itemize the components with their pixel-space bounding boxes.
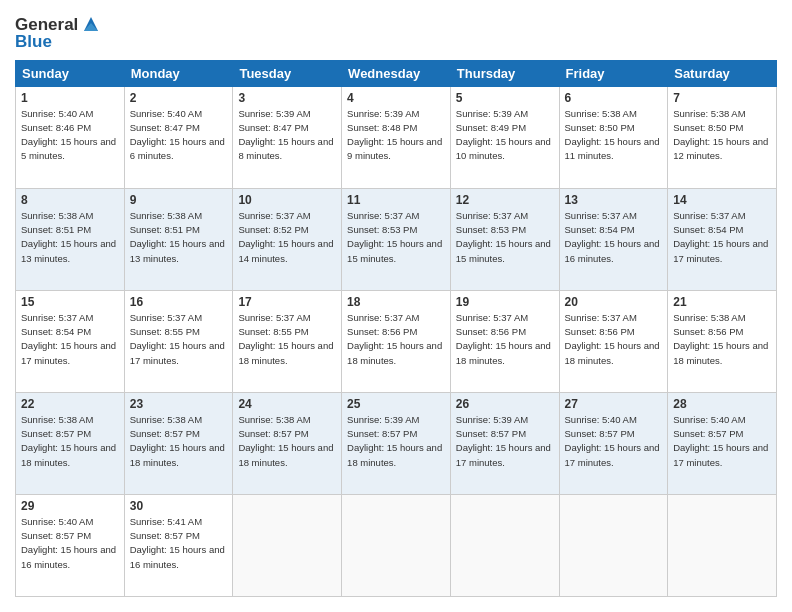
table-cell: 22Sunrise: 5:38 AMSunset: 8:57 PMDayligh… xyxy=(16,392,125,494)
day-number: 25 xyxy=(347,397,445,411)
logo-blue-text: Blue xyxy=(15,33,102,52)
day-info: Sunrise: 5:37 AMSunset: 8:53 PMDaylight:… xyxy=(456,209,554,266)
table-cell: 10Sunrise: 5:37 AMSunset: 8:52 PMDayligh… xyxy=(233,188,342,290)
day-info: Sunrise: 5:37 AMSunset: 8:53 PMDaylight:… xyxy=(347,209,445,266)
table-cell: 25Sunrise: 5:39 AMSunset: 8:57 PMDayligh… xyxy=(342,392,451,494)
day-info: Sunrise: 5:40 AMSunset: 8:47 PMDaylight:… xyxy=(130,107,228,164)
day-number: 23 xyxy=(130,397,228,411)
day-info: Sunrise: 5:39 AMSunset: 8:57 PMDaylight:… xyxy=(347,413,445,470)
table-cell xyxy=(233,494,342,596)
table-cell: 20Sunrise: 5:37 AMSunset: 8:56 PMDayligh… xyxy=(559,290,668,392)
day-info: Sunrise: 5:37 AMSunset: 8:55 PMDaylight:… xyxy=(238,311,336,368)
day-number: 16 xyxy=(130,295,228,309)
page: General Blue Sunday Monday Tuesday Wedne… xyxy=(0,0,792,612)
table-cell: 18Sunrise: 5:37 AMSunset: 8:56 PMDayligh… xyxy=(342,290,451,392)
day-number: 13 xyxy=(565,193,663,207)
day-info: Sunrise: 5:38 AMSunset: 8:51 PMDaylight:… xyxy=(130,209,228,266)
day-number: 17 xyxy=(238,295,336,309)
logo-icon xyxy=(80,13,102,35)
table-cell: 11Sunrise: 5:37 AMSunset: 8:53 PMDayligh… xyxy=(342,188,451,290)
day-info: Sunrise: 5:37 AMSunset: 8:56 PMDaylight:… xyxy=(347,311,445,368)
col-thursday: Thursday xyxy=(450,60,559,86)
day-info: Sunrise: 5:41 AMSunset: 8:57 PMDaylight:… xyxy=(130,515,228,572)
day-info: Sunrise: 5:37 AMSunset: 8:55 PMDaylight:… xyxy=(130,311,228,368)
col-tuesday: Tuesday xyxy=(233,60,342,86)
table-cell xyxy=(342,494,451,596)
table-cell: 24Sunrise: 5:38 AMSunset: 8:57 PMDayligh… xyxy=(233,392,342,494)
table-cell: 17Sunrise: 5:37 AMSunset: 8:55 PMDayligh… xyxy=(233,290,342,392)
table-cell: 26Sunrise: 5:39 AMSunset: 8:57 PMDayligh… xyxy=(450,392,559,494)
calendar-header-row: Sunday Monday Tuesday Wednesday Thursday… xyxy=(16,60,777,86)
day-info: Sunrise: 5:38 AMSunset: 8:51 PMDaylight:… xyxy=(21,209,119,266)
table-cell: 8Sunrise: 5:38 AMSunset: 8:51 PMDaylight… xyxy=(16,188,125,290)
day-number: 8 xyxy=(21,193,119,207)
day-info: Sunrise: 5:40 AMSunset: 8:57 PMDaylight:… xyxy=(565,413,663,470)
day-number: 5 xyxy=(456,91,554,105)
day-info: Sunrise: 5:39 AMSunset: 8:48 PMDaylight:… xyxy=(347,107,445,164)
day-number: 10 xyxy=(238,193,336,207)
day-info: Sunrise: 5:40 AMSunset: 8:57 PMDaylight:… xyxy=(673,413,771,470)
day-number: 9 xyxy=(130,193,228,207)
table-cell: 14Sunrise: 5:37 AMSunset: 8:54 PMDayligh… xyxy=(668,188,777,290)
day-number: 12 xyxy=(456,193,554,207)
day-info: Sunrise: 5:37 AMSunset: 8:54 PMDaylight:… xyxy=(21,311,119,368)
day-number: 11 xyxy=(347,193,445,207)
day-info: Sunrise: 5:38 AMSunset: 8:56 PMDaylight:… xyxy=(673,311,771,368)
table-cell: 5Sunrise: 5:39 AMSunset: 8:49 PMDaylight… xyxy=(450,86,559,188)
table-cell: 21Sunrise: 5:38 AMSunset: 8:56 PMDayligh… xyxy=(668,290,777,392)
table-cell: 1Sunrise: 5:40 AMSunset: 8:46 PMDaylight… xyxy=(16,86,125,188)
day-info: Sunrise: 5:38 AMSunset: 8:50 PMDaylight:… xyxy=(673,107,771,164)
table-cell xyxy=(668,494,777,596)
day-info: Sunrise: 5:40 AMSunset: 8:46 PMDaylight:… xyxy=(21,107,119,164)
col-sunday: Sunday xyxy=(16,60,125,86)
table-cell: 7Sunrise: 5:38 AMSunset: 8:50 PMDaylight… xyxy=(668,86,777,188)
day-number: 22 xyxy=(21,397,119,411)
table-cell: 30Sunrise: 5:41 AMSunset: 8:57 PMDayligh… xyxy=(124,494,233,596)
day-number: 28 xyxy=(673,397,771,411)
day-number: 21 xyxy=(673,295,771,309)
col-monday: Monday xyxy=(124,60,233,86)
day-number: 19 xyxy=(456,295,554,309)
table-cell: 9Sunrise: 5:38 AMSunset: 8:51 PMDaylight… xyxy=(124,188,233,290)
day-info: Sunrise: 5:38 AMSunset: 8:57 PMDaylight:… xyxy=(130,413,228,470)
logo: General Blue xyxy=(15,15,102,52)
table-cell: 12Sunrise: 5:37 AMSunset: 8:53 PMDayligh… xyxy=(450,188,559,290)
day-number: 20 xyxy=(565,295,663,309)
day-info: Sunrise: 5:38 AMSunset: 8:57 PMDaylight:… xyxy=(238,413,336,470)
day-info: Sunrise: 5:39 AMSunset: 8:47 PMDaylight:… xyxy=(238,107,336,164)
table-cell: 6Sunrise: 5:38 AMSunset: 8:50 PMDaylight… xyxy=(559,86,668,188)
table-cell: 13Sunrise: 5:37 AMSunset: 8:54 PMDayligh… xyxy=(559,188,668,290)
day-number: 7 xyxy=(673,91,771,105)
day-number: 18 xyxy=(347,295,445,309)
day-info: Sunrise: 5:37 AMSunset: 8:54 PMDaylight:… xyxy=(673,209,771,266)
day-number: 24 xyxy=(238,397,336,411)
table-cell xyxy=(450,494,559,596)
table-cell: 23Sunrise: 5:38 AMSunset: 8:57 PMDayligh… xyxy=(124,392,233,494)
day-number: 30 xyxy=(130,499,228,513)
calendar-table: Sunday Monday Tuesday Wednesday Thursday… xyxy=(15,60,777,597)
day-number: 15 xyxy=(21,295,119,309)
day-info: Sunrise: 5:37 AMSunset: 8:52 PMDaylight:… xyxy=(238,209,336,266)
col-friday: Friday xyxy=(559,60,668,86)
table-cell: 27Sunrise: 5:40 AMSunset: 8:57 PMDayligh… xyxy=(559,392,668,494)
day-number: 6 xyxy=(565,91,663,105)
day-info: Sunrise: 5:39 AMSunset: 8:57 PMDaylight:… xyxy=(456,413,554,470)
table-cell: 2Sunrise: 5:40 AMSunset: 8:47 PMDaylight… xyxy=(124,86,233,188)
day-info: Sunrise: 5:37 AMSunset: 8:54 PMDaylight:… xyxy=(565,209,663,266)
table-cell: 29Sunrise: 5:40 AMSunset: 8:57 PMDayligh… xyxy=(16,494,125,596)
day-info: Sunrise: 5:40 AMSunset: 8:57 PMDaylight:… xyxy=(21,515,119,572)
day-info: Sunrise: 5:38 AMSunset: 8:50 PMDaylight:… xyxy=(565,107,663,164)
table-cell: 19Sunrise: 5:37 AMSunset: 8:56 PMDayligh… xyxy=(450,290,559,392)
table-cell: 16Sunrise: 5:37 AMSunset: 8:55 PMDayligh… xyxy=(124,290,233,392)
day-number: 14 xyxy=(673,193,771,207)
col-wednesday: Wednesday xyxy=(342,60,451,86)
day-number: 29 xyxy=(21,499,119,513)
day-number: 4 xyxy=(347,91,445,105)
table-cell: 3Sunrise: 5:39 AMSunset: 8:47 PMDaylight… xyxy=(233,86,342,188)
col-saturday: Saturday xyxy=(668,60,777,86)
day-number: 3 xyxy=(238,91,336,105)
table-cell: 4Sunrise: 5:39 AMSunset: 8:48 PMDaylight… xyxy=(342,86,451,188)
table-cell xyxy=(559,494,668,596)
header: General Blue xyxy=(15,15,777,52)
day-number: 26 xyxy=(456,397,554,411)
